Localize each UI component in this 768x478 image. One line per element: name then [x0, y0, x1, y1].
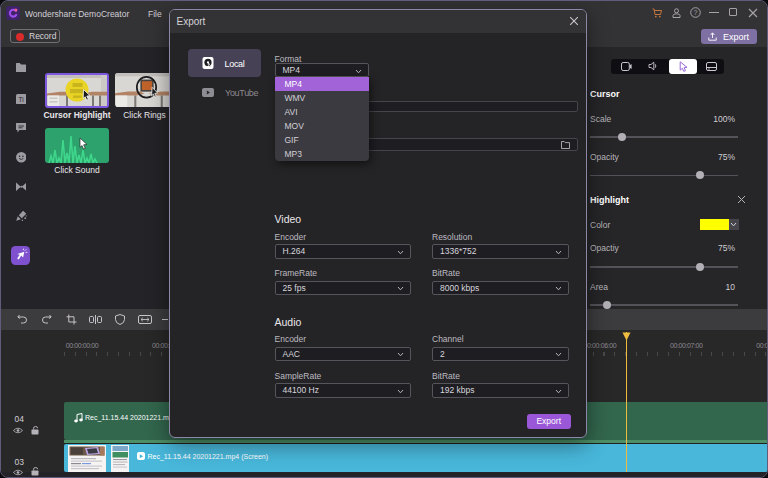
- svg-text:?: ?: [694, 9, 698, 16]
- svg-text:Ti: Ti: [18, 95, 23, 102]
